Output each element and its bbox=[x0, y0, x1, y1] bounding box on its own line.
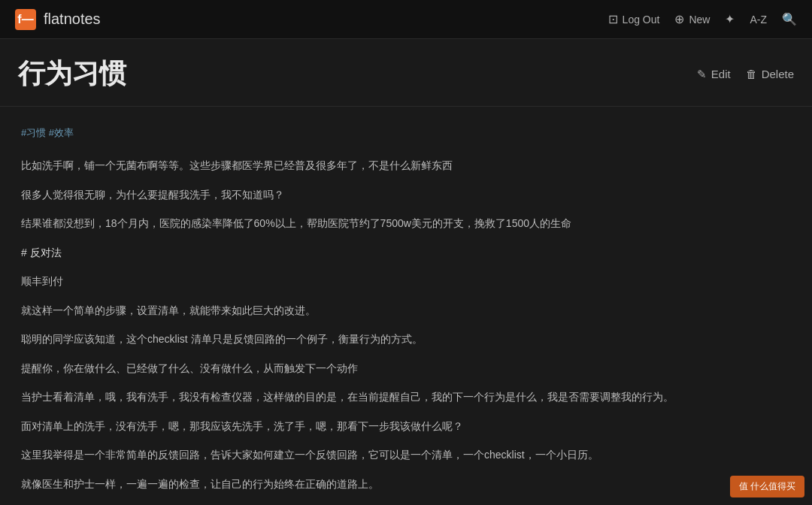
sort-label: A-Z bbox=[750, 14, 767, 26]
settings-button[interactable]: ✦ bbox=[725, 12, 735, 26]
search-icon: 🔍 bbox=[782, 12, 797, 26]
content-paragraph: 这里我举得是一个非常简单的反馈回路，告诉大家如何建立一个反馈回路，它可以是一个清… bbox=[21, 446, 791, 464]
content-paragraph: 比如洗手啊，铺一个无菌布啊等等。这些步骤都医学界已经普及很多年了，不是什么新鲜东… bbox=[21, 156, 791, 175]
content-paragraph: 当护士看着清单，哦，我有洗手，我没有检查仪器，这样做的目的是，在当前提醒自己，我… bbox=[21, 388, 791, 407]
content-paragraph: 聪明的同学应该知道，这个checklist 清单只是反馈回路的一个例子，衡量行为… bbox=[21, 330, 791, 349]
content-paragraph: 就这样一个简单的步骤，设置清单，就能带来如此巨大的改进。 bbox=[21, 301, 791, 320]
delete-icon: 🗑 bbox=[746, 68, 757, 80]
logout-button[interactable]: ⊡ Log Out bbox=[608, 12, 660, 26]
page-header: 行为习惯 ✎ Edit 🗑 Delete bbox=[0, 39, 812, 107]
sort-button[interactable]: A-Z bbox=[750, 14, 767, 26]
edit-icon: ✎ bbox=[697, 68, 707, 81]
new-label: New bbox=[689, 14, 710, 26]
new-icon: ⊕ bbox=[674, 12, 684, 26]
watermark: 值 什么值得买 bbox=[730, 476, 804, 497]
logout-icon: ⊡ bbox=[608, 12, 618, 26]
content-paragraph: 顺丰到付 bbox=[21, 272, 791, 291]
new-button[interactable]: ⊕ New bbox=[674, 12, 710, 26]
delete-button[interactable]: 🗑 Delete bbox=[746, 68, 794, 80]
content-paragraph: 很多人觉得很无聊，为什么要提醒我洗手，我不知道吗？ bbox=[21, 186, 791, 204]
content-body: 比如洗手啊，铺一个无菌布啊等等。这些步骤都医学界已经普及很多年了，不是什么新鲜东… bbox=[21, 156, 791, 505]
navbar: f— flatnotes ⊡ Log Out ⊕ New ✦ A-Z 🔍 bbox=[0, 0, 812, 39]
edit-label: Edit bbox=[711, 68, 731, 80]
page-actions: ✎ Edit 🗑 Delete bbox=[697, 68, 794, 81]
brand-logo[interactable]: f— bbox=[15, 9, 36, 30]
logout-label: Log Out bbox=[623, 14, 660, 26]
delete-label: Delete bbox=[762, 68, 794, 80]
content-paragraph: 结果谁都没想到，18个月内，医院的感染率降低了60%以上，帮助医院节约了7500… bbox=[21, 214, 791, 233]
content-paragraph: 提醒你，你在做什么、已经做了什么、没有做什么，从而触发下一个动作 bbox=[21, 359, 791, 378]
brand: f— flatnotes bbox=[15, 9, 608, 30]
navbar-actions: ⊡ Log Out ⊕ New ✦ A-Z 🔍 bbox=[608, 12, 797, 26]
content-area: #习惯 #效率 比如洗手啊，铺一个无菌布啊等等。这些步骤都医学界已经普及很多年了… bbox=[0, 107, 812, 505]
gear-icon: ✦ bbox=[725, 12, 735, 26]
brand-name: flatnotes bbox=[44, 11, 101, 28]
content-paragraph: # 反对法 bbox=[21, 243, 791, 262]
page-title: 行为习惯 bbox=[18, 56, 126, 92]
content-paragraph: 面对清单上的洗手，没有洗手，嗯，那我应该先洗手，洗了手，嗯，那看下一步我该做什么… bbox=[21, 417, 791, 436]
edit-button[interactable]: ✎ Edit bbox=[697, 68, 731, 81]
content-paragraph: 就像医生和护士一样，一遍一遍的检查，让自己的行为始终在正确的道路上。 bbox=[21, 475, 791, 494]
tags-line: #习惯 #效率 bbox=[21, 125, 791, 141]
search-button[interactable]: 🔍 bbox=[782, 12, 797, 26]
brand-logo-text: f— bbox=[17, 13, 33, 26]
